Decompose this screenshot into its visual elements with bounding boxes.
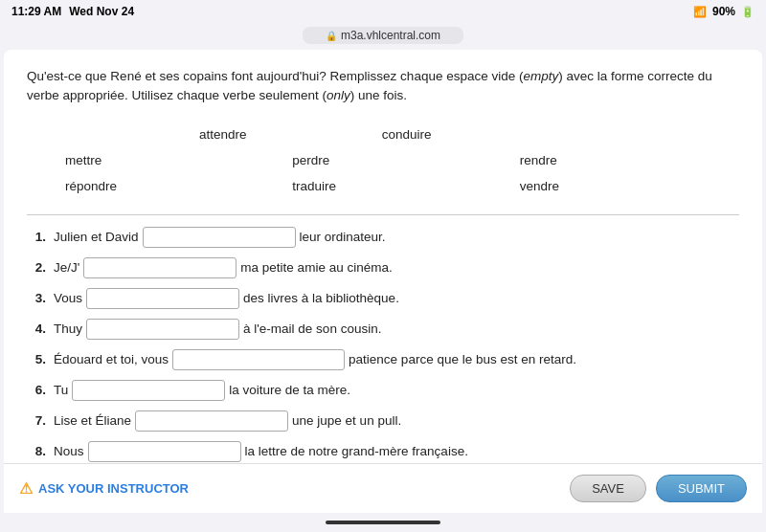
item-text-before: Nous <box>54 444 84 458</box>
item-text-after: leur ordinateur. <box>300 230 386 244</box>
answer-input-2[interactable] <box>83 257 237 278</box>
address-pill[interactable]: 🔒 m3a.vhlcentral.com <box>303 27 463 44</box>
list-item: 6. Tu la voiture de ta mère. <box>27 380 739 401</box>
verb-table: attendre conduire mettre perdre rendre r… <box>27 122 739 199</box>
verb-row-3: répondre traduire vendre <box>27 173 739 199</box>
status-bar-right: 📶 90% 🔋 <box>693 5 755 18</box>
item-text-before: Édouard et toi, vous <box>54 352 169 366</box>
list-item: 7. Lise et Éliane une jupe et un pull. <box>27 410 739 432</box>
section-divider <box>27 214 739 215</box>
instructions-text: Qu'est-ce que René et ses copains font a… <box>27 67 739 106</box>
verb-attendre: attendre <box>27 125 374 144</box>
item-number: 3. <box>27 291 46 305</box>
item-text-after: des livres à la bibliothèque. <box>243 291 399 305</box>
list-item: 8. Nous la lettre de notre grand-mère fr… <box>27 441 739 462</box>
main-content: Qu'est-ce que René et ses copains font a… <box>4 50 762 463</box>
item-text-after: patience parce que le bus est en retard. <box>349 352 576 366</box>
answer-input-1[interactable] <box>143 227 296 248</box>
item-text-after: la voiture de ta mère. <box>229 383 350 397</box>
item-text-before: Je/J' <box>54 260 79 275</box>
ask-instructor-label: ASK YOUR INSTRUCTOR <box>38 481 189 496</box>
item-text-before: Lise et Éliane <box>54 413 131 428</box>
item-text-after: une jupe et un pull. <box>292 413 401 428</box>
answer-input-7[interactable] <box>135 410 288 432</box>
item-text-before: Vous <box>54 291 82 305</box>
item-text-before: Julien et David <box>54 230 139 244</box>
date-display: Wed Nov 24 <box>69 5 134 18</box>
list-item: 3. Vous des livres à la bibliothèque. <box>27 288 739 309</box>
warning-icon: ⚠ <box>19 479 33 498</box>
item-number: 8. <box>27 444 46 458</box>
exercise-list: 1. Julien et David leur ordinateur. 2. J… <box>27 227 739 462</box>
item-text-before: Tu <box>54 383 68 397</box>
battery-icon: 🔋 <box>741 6 755 18</box>
item-text-after: la lettre de notre grand-mère française. <box>245 444 468 458</box>
verb-vendre: vendre <box>512 177 739 195</box>
answer-input-5[interactable] <box>172 349 345 370</box>
item-number: 6. <box>27 383 46 397</box>
list-item: 4. Thuy à l'e-mail de son cousin. <box>27 319 739 340</box>
url-display: m3a.vhlcentral.com <box>341 29 440 42</box>
item-number: 2. <box>27 260 46 275</box>
item-number: 5. <box>27 352 46 366</box>
status-bar: 11:29 AM Wed Nov 24 📶 90% 🔋 <box>0 0 766 23</box>
bottom-bar: ⚠ ASK YOUR INSTRUCTOR SAVE SUBMIT <box>4 463 762 513</box>
item-text-after: à l'e-mail de son cousin. <box>243 321 381 336</box>
list-item: 5. Édouard et toi, vous patience parce q… <box>27 349 739 370</box>
home-indicator <box>0 513 766 532</box>
list-item: 2. Je/J' ma petite amie au cinéma. <box>27 257 739 278</box>
verb-row-2: mettre perdre rendre <box>27 147 739 173</box>
wifi-percent: 90% <box>712 5 735 18</box>
answer-input-6[interactable] <box>72 380 225 401</box>
verb-repondre: répondre <box>27 177 284 195</box>
verb-row-1: attendre conduire <box>27 122 739 147</box>
item-number: 1. <box>27 230 46 244</box>
verb-conduire: conduire <box>374 125 557 144</box>
item-text-after: ma petite amie au cinéma. <box>240 260 392 275</box>
item-number: 4. <box>27 321 46 336</box>
lock-icon: 🔒 <box>326 31 337 41</box>
status-bar-left: 11:29 AM Wed Nov 24 <box>11 5 134 18</box>
ask-instructor-button[interactable]: ⚠ ASK YOUR INSTRUCTOR <box>19 479 189 498</box>
verb-traduire: traduire <box>284 177 511 195</box>
answer-input-8[interactable] <box>88 441 241 462</box>
home-bar <box>326 521 440 524</box>
answer-input-4[interactable] <box>86 319 239 340</box>
item-text-before: Thuy <box>54 321 82 336</box>
answer-input-3[interactable] <box>86 288 239 309</box>
submit-button[interactable]: SUBMIT <box>656 475 747 502</box>
list-item: 1. Julien et David leur ordinateur. <box>27 227 739 248</box>
address-bar: 🔒 m3a.vhlcentral.com <box>0 23 766 50</box>
time-display: 11:29 AM <box>11 5 61 18</box>
verb-perdre: perdre <box>284 151 511 169</box>
wifi-icon: 📶 <box>693 6 707 18</box>
content-area: Qu'est-ce que René et ses copains font a… <box>4 50 762 513</box>
save-button[interactable]: SAVE <box>570 475 646 502</box>
verb-mettre: mettre <box>27 151 284 169</box>
item-number: 7. <box>27 413 46 428</box>
verb-rendre: rendre <box>512 151 739 169</box>
bottom-buttons: SAVE SUBMIT <box>570 475 747 502</box>
